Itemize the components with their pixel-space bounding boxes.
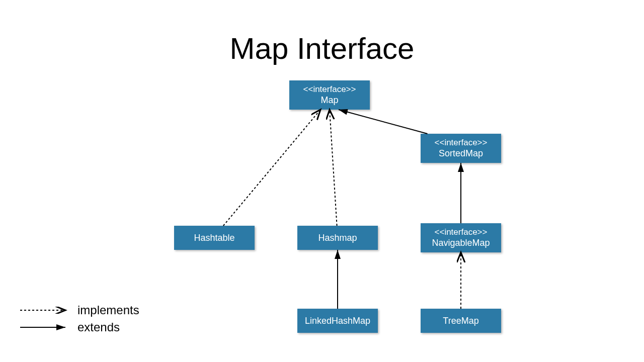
node-sortedmap-interface: <<interface>> SortedMap [421,134,501,163]
legend-line-implements-icon [20,307,70,314]
node-hashtable-class: Hashtable [174,226,255,250]
node-label: Map [320,95,338,106]
legend-label-extends: extends [77,320,120,334]
node-label: NavigableMap [432,237,490,249]
diagram-title: Map Interface [0,31,644,66]
legend-row-implements: implements [20,302,139,319]
node-label: LinkedHashMap [305,315,370,327]
node-map-interface: <<interface>> Map [289,80,370,110]
node-navigablemap-interface: <<interface>> NavigableMap [421,223,501,252]
node-stereotype: <<interface>> [435,227,488,237]
legend-row-extends: extends [20,319,139,336]
node-label: TreeMap [443,315,478,327]
edge-sortedmap-to-map [339,110,428,134]
legend: implements extends [20,302,139,336]
node-stereotype: <<interface>> [435,137,488,148]
node-treemap-class: TreeMap [421,309,501,333]
legend-line-extends-icon [20,324,70,331]
node-hashmap-class: Hashmap [297,226,378,250]
legend-label-implements: implements [77,303,139,317]
node-label: Hashtable [194,232,234,244]
node-label: Hashmap [318,232,357,244]
edge-hashmap-to-map [330,110,337,226]
node-label: SortedMap [439,148,483,159]
edge-hashtable-to-map [223,110,320,226]
node-linkedhashmap-class: LinkedHashMap [297,309,378,333]
node-stereotype: <<interface>> [303,84,356,95]
